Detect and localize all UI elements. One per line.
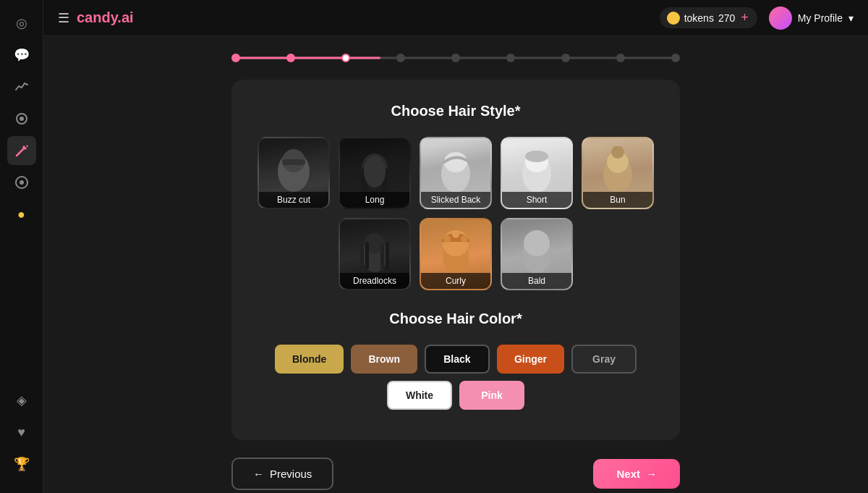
color-pink-button[interactable]: Pink bbox=[459, 381, 524, 410]
sidebar-bottom: ◈ ♥ 🏆 bbox=[7, 386, 36, 484]
color-blonde-button[interactable]: Blonde bbox=[275, 345, 344, 374]
long-label: Long bbox=[340, 192, 409, 208]
tokens-badge: tokens 270 + bbox=[660, 7, 757, 28]
hair-style-long[interactable]: Long bbox=[339, 137, 411, 209]
next-arrow-icon: → bbox=[646, 468, 657, 480]
svg-point-15 bbox=[444, 152, 467, 172]
logo: candy.ai bbox=[77, 9, 134, 26]
logo-text: candy bbox=[77, 9, 117, 25]
progress-dot-7 bbox=[561, 54, 570, 62]
trophy-icon[interactable]: 🏆 bbox=[7, 450, 36, 479]
compass-icon[interactable]: ◎ bbox=[7, 9, 36, 38]
svg-rect-24 bbox=[360, 243, 364, 272]
short-label: Short bbox=[502, 192, 571, 208]
hair-style-title: Choose Hair Style* bbox=[255, 103, 657, 119]
chevron-down-icon: ▾ bbox=[848, 12, 854, 24]
progress-dot-5 bbox=[451, 54, 460, 62]
next-button[interactable]: Next → bbox=[593, 459, 680, 489]
svg-point-34 bbox=[524, 230, 550, 256]
chat-icon[interactable]: 💬 bbox=[7, 41, 36, 69]
progress-dot-6 bbox=[506, 54, 515, 62]
dreadlocks-label: Dreadlocks bbox=[340, 273, 409, 289]
progress-dot-9 bbox=[671, 54, 680, 62]
hair-color-row-2: White Pink bbox=[255, 381, 657, 410]
svg-line-2 bbox=[17, 148, 24, 156]
svg-point-1 bbox=[20, 117, 24, 121]
avatar bbox=[769, 7, 792, 30]
svg-point-30 bbox=[443, 235, 451, 243]
svg-text:✦: ✦ bbox=[25, 144, 29, 148]
github-icon[interactable] bbox=[7, 168, 36, 197]
add-tokens-button[interactable]: + bbox=[739, 10, 750, 25]
curly-label: Curly bbox=[421, 273, 490, 289]
hair-style-dreadlocks[interactable]: Dreadlocks bbox=[339, 218, 411, 290]
progress-dot-3 bbox=[341, 54, 350, 62]
discord-icon[interactable]: ◈ bbox=[7, 386, 36, 415]
hair-style-row-2: Dreadlocks Curly Bald bbox=[255, 218, 657, 290]
svg-point-31 bbox=[452, 231, 459, 238]
hamburger-icon[interactable]: ☰ bbox=[58, 10, 69, 26]
color-brown-button[interactable]: Brown bbox=[351, 345, 417, 374]
previous-label: Previous bbox=[270, 468, 312, 480]
token-coin-icon bbox=[667, 12, 680, 25]
profile-label: My Profile bbox=[798, 12, 843, 24]
hair-style-slicked-back[interactable]: Slicked Back bbox=[420, 137, 492, 209]
progress-dot-8 bbox=[616, 54, 625, 62]
slicked-back-label: Slicked Back bbox=[421, 192, 490, 208]
svg-point-13 bbox=[364, 156, 386, 187]
hair-style-short[interactable]: Short bbox=[501, 137, 573, 209]
buzz-cut-label: Buzz cut bbox=[259, 192, 328, 208]
progress-dot-4 bbox=[396, 54, 405, 62]
coin-icon[interactable]: ● bbox=[7, 200, 36, 229]
tokens-count: 270 bbox=[718, 12, 735, 24]
color-ginger-button[interactable]: Ginger bbox=[497, 345, 564, 374]
hair-style-buzz-cut[interactable]: Buzz cut bbox=[258, 137, 330, 209]
color-white-button[interactable]: White bbox=[387, 381, 452, 410]
hair-style-curly[interactable]: Curly bbox=[420, 218, 492, 290]
content-area: Choose Hair Style* Buzz cut Long bbox=[43, 36, 868, 493]
svg-rect-26 bbox=[380, 243, 384, 272]
bald-label: Bald bbox=[502, 273, 571, 289]
color-black-button[interactable]: Black bbox=[425, 345, 490, 374]
progress-dot-2 bbox=[286, 54, 295, 62]
svg-point-6 bbox=[20, 180, 24, 185]
progress-dot-1 bbox=[231, 54, 240, 62]
chart-icon[interactable] bbox=[7, 72, 36, 101]
profile-button[interactable]: My Profile ▾ bbox=[769, 7, 854, 30]
main-area: ☰ candy.ai tokens 270 + My Profile ▾ bbox=[43, 0, 868, 493]
svg-point-32 bbox=[461, 235, 468, 243]
header-right: tokens 270 + My Profile ▾ bbox=[660, 7, 854, 30]
svg-rect-25 bbox=[365, 242, 369, 269]
star-ring-icon[interactable] bbox=[7, 104, 36, 133]
hair-color-row-1: Blonde Brown Black Ginger Gray bbox=[255, 345, 657, 374]
header: ☰ candy.ai tokens 270 + My Profile ▾ bbox=[43, 0, 868, 36]
color-gray-button[interactable]: Gray bbox=[571, 345, 637, 374]
bun-label: Bun bbox=[583, 192, 652, 208]
next-label: Next bbox=[616, 468, 640, 480]
sidebar: ◎ 💬 ✦ ● ◈ ♥ 🏆 bbox=[0, 0, 43, 493]
svg-point-18 bbox=[525, 151, 548, 162]
progress-bar bbox=[231, 51, 680, 65]
hair-style-row-1: Buzz cut Long Slicked Back bbox=[255, 137, 657, 209]
wand-icon[interactable]: ✦ bbox=[7, 136, 36, 165]
logo-dot: .ai bbox=[117, 9, 133, 25]
main-card: Choose Hair Style* Buzz cut Long bbox=[231, 80, 680, 440]
heart-icon[interactable]: ♥ bbox=[7, 418, 36, 447]
svg-rect-27 bbox=[386, 242, 389, 269]
header-left: ☰ candy.ai bbox=[58, 9, 134, 26]
hair-style-bun[interactable]: Bun bbox=[582, 137, 654, 209]
prev-arrow-icon: ← bbox=[253, 468, 264, 480]
hair-color-title: Choose Hair Color* bbox=[255, 311, 657, 327]
sidebar-top: ◎ 💬 ✦ ● bbox=[7, 9, 36, 383]
previous-button[interactable]: ← Previous bbox=[231, 458, 333, 490]
hair-style-bald[interactable]: Bald bbox=[501, 218, 573, 290]
nav-buttons: ← Previous Next → bbox=[231, 458, 680, 490]
svg-rect-9 bbox=[282, 159, 305, 165]
tokens-label: tokens bbox=[684, 12, 714, 24]
